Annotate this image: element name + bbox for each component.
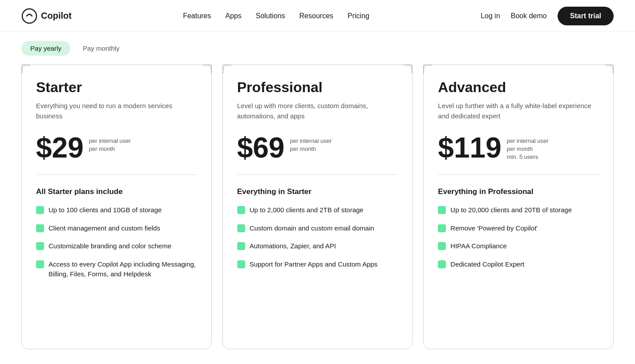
list-item: Up to 20,000 clients and 20TB of storage xyxy=(438,205,599,215)
list-item: Custom domain and custom email domain xyxy=(237,223,398,234)
starter-price-line2: per month xyxy=(89,145,131,153)
list-item: Remove 'Powered by Copilot' xyxy=(438,223,599,234)
list-item: Customizable branding and color scheme xyxy=(36,241,197,251)
feature-dot xyxy=(36,206,44,214)
professional-includes-title: Everything in Starter xyxy=(237,187,398,196)
starter-price-meta: per internal user per month xyxy=(89,133,131,153)
starter-price-line1: per internal user xyxy=(89,137,131,145)
feature-text: Up to 100 clients and 10GB of storage xyxy=(49,205,162,215)
advanced-price-line3: min. 5 users xyxy=(507,153,549,161)
nav-actions: Log in Book demo Start trial xyxy=(481,7,614,25)
navbar: Copilot Features Apps Solutions Resource… xyxy=(0,0,635,32)
feature-dot xyxy=(237,260,245,268)
feature-dot xyxy=(36,242,44,250)
advanced-price-line1: per internal user xyxy=(507,137,549,145)
professional-features: Up to 2,000 clients and 2TB of storage C… xyxy=(237,205,398,269)
professional-card: Professional Level up with more clients,… xyxy=(222,65,413,349)
logo[interactable]: Copilot xyxy=(21,8,72,24)
starter-title: Starter xyxy=(36,79,197,96)
starter-card: Starter Everything you need to run a mod… xyxy=(21,65,212,349)
advanced-desc: Level up further with a a fully white-la… xyxy=(438,101,599,121)
nav-features[interactable]: Features xyxy=(183,12,211,20)
nav-apps[interactable]: Apps xyxy=(225,12,241,20)
advanced-features: Up to 20,000 clients and 20TB of storage… xyxy=(438,205,599,269)
feature-dot xyxy=(36,224,44,232)
advanced-price-line2: per month xyxy=(507,145,549,153)
feature-dot xyxy=(36,260,44,268)
nav-links: Features Apps Solutions Resources Pricin… xyxy=(183,12,369,20)
feature-dot xyxy=(237,242,245,250)
feature-text: Support for Partner Apps and Custom Apps xyxy=(250,259,378,270)
feature-dot xyxy=(438,224,446,232)
feature-dot xyxy=(438,260,446,268)
login-link[interactable]: Log in xyxy=(481,12,500,20)
starter-features: Up to 100 clients and 10GB of storage Cl… xyxy=(36,205,197,279)
starter-desc: Everything you need to run a modern serv… xyxy=(36,101,197,121)
advanced-includes-title: Everything in Professional xyxy=(438,187,599,196)
list-item: Client management and custom fields xyxy=(36,223,197,234)
professional-price-line1: per internal user xyxy=(290,137,332,145)
feature-dot xyxy=(438,206,446,214)
advanced-card: Advanced Level up further with a a fully… xyxy=(423,65,614,349)
pay-monthly-button[interactable]: Pay monthly xyxy=(74,41,129,56)
professional-title: Professional xyxy=(237,79,398,96)
start-trial-button[interactable]: Start trial xyxy=(558,7,614,25)
list-item: Up to 100 clients and 10GB of storage xyxy=(36,205,197,215)
feature-text: Up to 20,000 clients and 20TB of storage xyxy=(450,205,572,215)
list-item: Automations, Zapier, and API xyxy=(237,241,398,251)
list-item: Access to every Copilot App including Me… xyxy=(36,259,197,279)
list-item: Dedicated Copilot Expert xyxy=(438,259,599,270)
list-item: HIPAA Compliance xyxy=(438,241,599,251)
advanced-price-row: $119 per internal user per month min. 5 … xyxy=(438,133,599,162)
feature-text: Dedicated Copilot Expert xyxy=(450,259,524,270)
feature-text: Customizable branding and color scheme xyxy=(49,241,171,251)
pricing-section: Starter Everything you need to run a mod… xyxy=(0,65,635,364)
advanced-title: Advanced xyxy=(438,79,599,96)
feature-text: Remove 'Powered by Copilot' xyxy=(450,223,538,234)
billing-toggle: Pay yearly Pay monthly xyxy=(0,32,635,65)
feature-text: Access to every Copilot App including Me… xyxy=(49,259,197,279)
nav-pricing[interactable]: Pricing xyxy=(348,12,369,20)
professional-price-meta: per internal user per month xyxy=(290,133,332,153)
pay-yearly-button[interactable]: Pay yearly xyxy=(21,41,70,56)
feature-text: Custom domain and custom email domain xyxy=(250,223,374,234)
starter-price: $29 xyxy=(36,133,84,162)
feature-text: HIPAA Compliance xyxy=(450,241,506,251)
feature-dot xyxy=(438,242,446,250)
nav-solutions[interactable]: Solutions xyxy=(256,12,285,20)
professional-price-line2: per month xyxy=(290,145,332,153)
svg-point-0 xyxy=(22,9,36,23)
professional-desc: Level up with more clients, custom domai… xyxy=(237,101,398,121)
advanced-price: $119 xyxy=(438,133,501,162)
list-item: Support for Partner Apps and Custom Apps xyxy=(237,259,398,270)
list-item: Up to 2,000 clients and 2TB of storage xyxy=(237,205,398,215)
feature-text: Client management and custom fields xyxy=(49,223,160,234)
feature-dot xyxy=(237,206,245,214)
advanced-divider xyxy=(438,174,599,175)
professional-price-row: $69 per internal user per month xyxy=(237,133,398,162)
professional-divider xyxy=(237,174,398,175)
advanced-price-meta: per internal user per month min. 5 users xyxy=(507,133,549,162)
starter-divider xyxy=(36,174,197,175)
starter-includes-title: All Starter plans include xyxy=(36,187,197,196)
feature-dot xyxy=(237,224,245,232)
starter-price-row: $29 per internal user per month xyxy=(36,133,197,162)
feature-text: Up to 2,000 clients and 2TB of storage xyxy=(250,205,364,215)
logo-text: Copilot xyxy=(41,11,72,21)
feature-text: Automations, Zapier, and API xyxy=(250,241,336,251)
professional-price: $69 xyxy=(237,133,285,162)
nav-resources[interactable]: Resources xyxy=(299,12,333,20)
book-demo-link[interactable]: Book demo xyxy=(511,12,547,20)
